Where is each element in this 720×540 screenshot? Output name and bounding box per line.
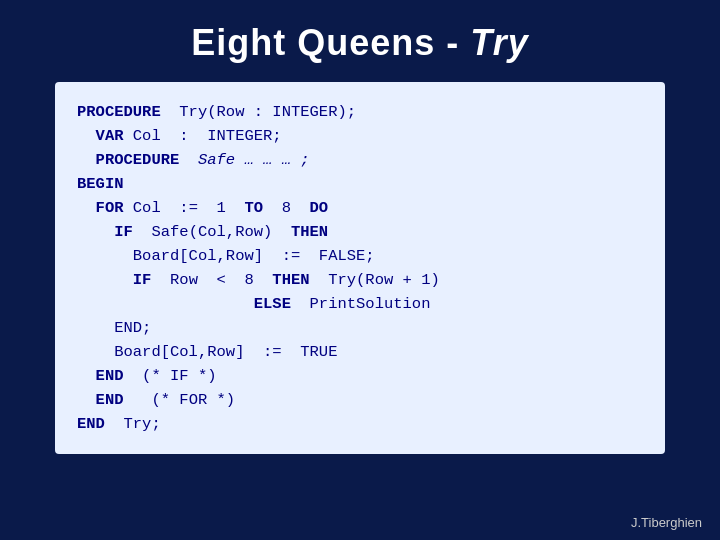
code-line: Board[Col,Row] := FALSE; xyxy=(77,244,643,268)
code-line: PROCEDURE Safe … … … ; xyxy=(77,148,643,172)
code-line: END Try; xyxy=(77,412,643,436)
code-line: IF Safe(Col,Row) THEN xyxy=(77,220,643,244)
code-line: PROCEDURE Try(Row : INTEGER); xyxy=(77,100,643,124)
code-line: Board[Col,Row] := TRUE xyxy=(77,340,643,364)
code-line: FOR Col := 1 TO 8 DO xyxy=(77,196,643,220)
code-line: IF Row < 8 THEN Try(Row + 1) xyxy=(77,268,643,292)
page-title: Eight Queens - Try xyxy=(0,0,720,82)
code-container: PROCEDURE Try(Row : INTEGER); VAR Col : … xyxy=(55,82,665,454)
code-line: END; xyxy=(77,316,643,340)
code-block: PROCEDURE Try(Row : INTEGER); VAR Col : … xyxy=(77,100,643,436)
code-line: ELSE PrintSolution xyxy=(77,292,643,316)
title-regular: Eight Queens - xyxy=(191,22,470,63)
title-italic: Try xyxy=(470,22,528,63)
code-line: END (* FOR *) xyxy=(77,388,643,412)
author-label: J.Tiberghien xyxy=(631,515,702,530)
code-line: BEGIN xyxy=(77,172,643,196)
code-line: END (* IF *) xyxy=(77,364,643,388)
code-line: VAR Col : INTEGER; xyxy=(77,124,643,148)
